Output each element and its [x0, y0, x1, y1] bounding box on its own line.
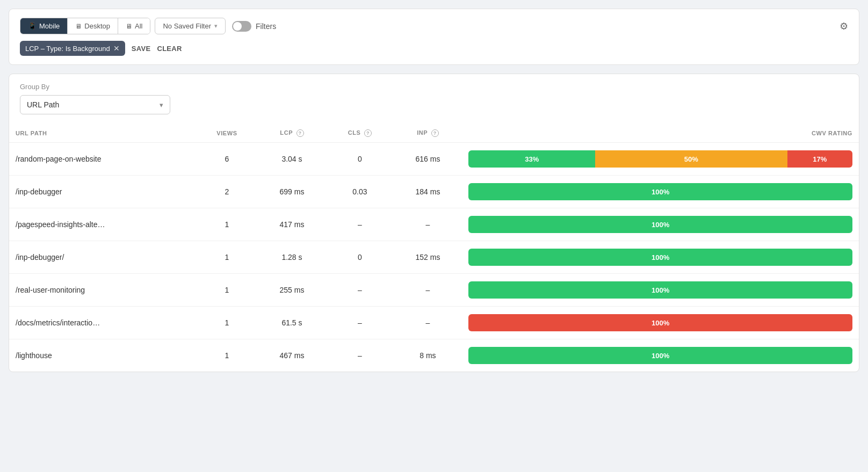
cell-inp: –: [394, 208, 462, 241]
cwv-bar: 33%50%17%: [468, 150, 852, 168]
cell-inp: 8 ms: [394, 339, 462, 372]
cell-url: /random-page-on-website: [9, 143, 196, 176]
filter-tag: LCP – Type: Is Background ✕: [20, 41, 125, 56]
cell-cwv: 100%: [462, 208, 859, 241]
chevron-down-icon: ▾: [214, 23, 218, 30]
cell-url: /pagespeed-insights-alte…: [9, 208, 196, 241]
cell-lcp: 3.04 s: [258, 143, 327, 176]
saved-filter-label: No Saved Filter: [163, 22, 211, 30]
desktop-icon: 🖥: [75, 23, 82, 30]
filters-toggle[interactable]: [232, 21, 251, 32]
cwv-segment-green: 33%: [468, 150, 595, 168]
cwv-bar: 100%: [468, 183, 852, 200]
active-filter-row: LCP – Type: Is Background ✕ SAVE CLEAR: [20, 41, 848, 56]
cell-views: 2: [196, 176, 257, 208]
table-row: /inp-debugger/11.28 s0152 ms100%: [9, 241, 859, 274]
table-row: /real-user-monitoring1255 ms––100%: [9, 274, 859, 307]
table-row: /random-page-on-website63.04 s0616 ms33%…: [9, 143, 859, 176]
data-table: URL PATH VIEWS LCP ? CLS ? INP ? CWV RAT…: [9, 125, 859, 372]
saved-filter-btn[interactable]: No Saved Filter ▾: [155, 18, 226, 34]
cell-inp: –: [394, 274, 462, 307]
cls-info-icon: ?: [364, 129, 372, 137]
cell-cls: 0.03: [326, 176, 393, 208]
table-row: /inp-debugger2699 ms0.03184 ms100%: [9, 176, 859, 208]
cell-url: /docs/metrics/interactio…: [9, 307, 196, 339]
cell-url: /lighthouse: [9, 339, 196, 372]
all-label: All: [135, 22, 142, 30]
filters-label: Filters: [256, 22, 276, 31]
cwv-segment-green: 100%: [468, 183, 852, 200]
cell-lcp: 417 ms: [258, 208, 327, 241]
toggle-knob: [233, 22, 242, 31]
group-by-select[interactable]: URL Path ▾: [20, 95, 170, 114]
all-icon: 🖥: [126, 23, 132, 30]
save-button[interactable]: SAVE: [132, 45, 151, 53]
cell-lcp: 255 ms: [258, 274, 327, 307]
chevron-down-icon: ▾: [160, 101, 163, 109]
desktop-label: Desktop: [84, 22, 110, 30]
col-cls: CLS ?: [326, 125, 393, 143]
filter-tag-close[interactable]: ✕: [113, 44, 120, 53]
cwv-bar: 100%: [468, 216, 852, 233]
cell-cwv: 100%: [462, 241, 859, 274]
mobile-label: Mobile: [39, 22, 60, 30]
gear-button[interactable]: ⚙: [840, 20, 848, 32]
cwv-segment-green: 100%: [468, 281, 852, 299]
cell-views: 6: [196, 143, 257, 176]
cwv-bar: 100%: [468, 347, 852, 364]
group-by-label: Group By: [20, 83, 848, 91]
cell-cls: –: [326, 307, 393, 339]
clear-button[interactable]: CLEAR: [157, 45, 182, 53]
cell-views: 1: [196, 241, 257, 274]
all-btn[interactable]: 🖥 All: [118, 18, 150, 34]
cwv-segment-red: 100%: [468, 314, 852, 331]
cell-cls: –: [326, 274, 393, 307]
cell-cls: 0: [326, 241, 393, 274]
table-header: URL PATH VIEWS LCP ? CLS ? INP ? CWV RAT…: [9, 125, 859, 143]
mobile-icon: 📱: [28, 22, 37, 30]
cell-lcp: 467 ms: [258, 339, 327, 372]
cell-inp: 616 ms: [394, 143, 462, 176]
mobile-btn[interactable]: 📱 Mobile: [20, 18, 68, 34]
table-row: /docs/metrics/interactio…161.5 s––100%: [9, 307, 859, 339]
cwv-segment-green: 100%: [468, 249, 852, 266]
col-inp: INP ?: [394, 125, 462, 143]
cell-inp: 184 ms: [394, 176, 462, 208]
cell-views: 1: [196, 339, 257, 372]
inp-info-icon: ?: [431, 129, 439, 137]
cell-url: /real-user-monitoring: [9, 274, 196, 307]
cell-views: 1: [196, 307, 257, 339]
filter-tag-text: LCP – Type: Is Background: [25, 45, 110, 53]
cell-lcp: 699 ms: [258, 176, 327, 208]
cell-cls: –: [326, 339, 393, 372]
gear-icon: ⚙: [840, 21, 848, 32]
cell-inp: –: [394, 307, 462, 339]
cwv-segment-red: 17%: [787, 150, 852, 168]
col-cwv-rating: CWV RATING: [462, 125, 859, 143]
cwv-segment-green: 100%: [468, 216, 852, 233]
table-row: /pagespeed-insights-alte…1417 ms––100%: [9, 208, 859, 241]
filter-card: 📱 Mobile 🖥 Desktop 🖥 All No Saved Filter…: [9, 9, 859, 65]
cell-url: /inp-debugger/: [9, 241, 196, 274]
table-row: /lighthouse1467 ms–8 ms100%: [9, 339, 859, 372]
col-views: VIEWS: [196, 125, 257, 143]
cell-views: 1: [196, 208, 257, 241]
cwv-bar: 100%: [468, 281, 852, 299]
cell-lcp: 61.5 s: [258, 307, 327, 339]
desktop-btn[interactable]: 🖥 Desktop: [68, 18, 118, 34]
cell-views: 1: [196, 274, 257, 307]
filter-bar: 📱 Mobile 🖥 Desktop 🖥 All No Saved Filter…: [20, 18, 848, 34]
cell-cwv: 100%: [462, 307, 859, 339]
cwv-bar: 100%: [468, 249, 852, 266]
cell-cwv: 100%: [462, 176, 859, 208]
cell-inp: 152 ms: [394, 241, 462, 274]
cell-cwv: 100%: [462, 339, 859, 372]
cell-url: /inp-debugger: [9, 176, 196, 208]
col-url-path: URL PATH: [9, 125, 196, 143]
main-data-card: Group By URL Path ▾ URL PATH VIEWS LCP ?…: [9, 74, 859, 372]
device-group: 📱 Mobile 🖥 Desktop 🖥 All: [20, 18, 150, 34]
cwv-segment-orange: 50%: [595, 150, 787, 168]
cell-cls: 0: [326, 143, 393, 176]
cell-lcp: 1.28 s: [258, 241, 327, 274]
group-by-value: URL Path: [27, 100, 59, 109]
